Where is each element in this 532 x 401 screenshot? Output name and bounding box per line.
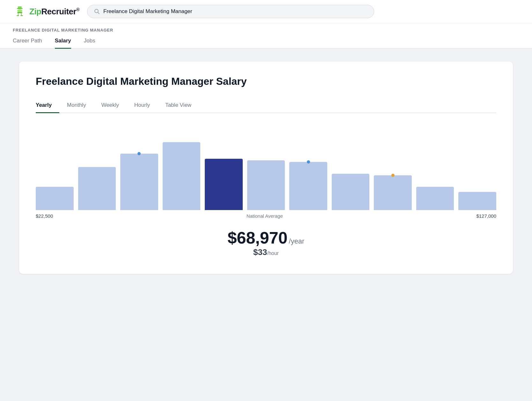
salary-card: Freelance Digital Marketing Manager Sala…: [19, 62, 513, 274]
chart-bar-9[interactable]: [416, 187, 454, 210]
chart-bar-1[interactable]: [78, 167, 116, 210]
bar-wrapper-10: [458, 192, 496, 210]
svg-point-4: [17, 9, 22, 12]
period-tab-table-view[interactable]: Table View: [158, 99, 199, 113]
salary-yearly: $68,970/year: [36, 228, 496, 247]
logo-text: ZipRecruiter®: [29, 7, 79, 17]
bar-dot-2: [137, 152, 141, 155]
bar-wrapper-3: [163, 142, 201, 210]
main-nav: Career Path Salary Jobs: [13, 34, 519, 48]
search-input[interactable]: [103, 8, 367, 15]
bar-wrapper-1: [78, 167, 116, 210]
svg-rect-9: [20, 15, 23, 16]
main-content: Freelance Digital Marketing Manager Sala…: [0, 49, 532, 287]
sub-header: FREELANCE DIGITAL MARKETING MANAGER Care…: [0, 23, 532, 49]
bar-wrapper-5: [247, 160, 285, 210]
logo[interactable]: ZipRecruiter®: [13, 4, 79, 18]
salary-hourly-value: $33: [253, 247, 267, 257]
bar-wrapper-8: [374, 175, 412, 210]
bar-dot-6: [307, 160, 310, 164]
salary-chart: $22,500 National Average $127,000: [36, 127, 496, 219]
chart-bar-0[interactable]: [36, 187, 74, 210]
period-tab-yearly[interactable]: Yearly: [36, 99, 59, 113]
bar-wrapper-9: [416, 187, 454, 210]
nav-tab-career-path[interactable]: Career Path: [13, 34, 42, 49]
bar-dot-8: [391, 174, 395, 177]
nav-tab-salary[interactable]: Salary: [55, 34, 71, 49]
search-bar[interactable]: [87, 5, 374, 18]
bar-wrapper-4: [205, 159, 243, 210]
chart-bar-8[interactable]: [374, 175, 412, 210]
salary-main-value: $68,970: [228, 229, 288, 247]
period-tab-hourly[interactable]: Hourly: [127, 99, 158, 113]
chart-bar-10[interactable]: [458, 192, 496, 210]
chart-bar-6[interactable]: [289, 162, 327, 210]
card-title: Freelance Digital Marketing Manager Sala…: [36, 76, 496, 87]
chart-label-min: $22,500: [36, 213, 53, 219]
chart-labels: $22,500 National Average $127,000: [36, 213, 496, 219]
period-tab-monthly[interactable]: Monthly: [59, 99, 94, 113]
salary-year-unit: /year: [289, 237, 305, 245]
ziprecruiter-logo-icon: [13, 4, 27, 18]
bar-wrapper-6: [289, 162, 327, 210]
chart-bars-container: [36, 127, 496, 210]
header: ZipRecruiter®: [0, 0, 532, 23]
chart-label-max: $127,000: [476, 213, 496, 219]
period-tabs: Yearly Monthly Weekly Hourly Table View: [36, 99, 496, 113]
chart-bar-4[interactable]: [205, 159, 243, 210]
bar-wrapper-0: [36, 187, 74, 210]
chart-bar-2[interactable]: [120, 154, 158, 210]
svg-rect-8: [17, 15, 19, 16]
salary-hour-unit: /hour: [267, 251, 278, 256]
chart-bar-3[interactable]: [163, 142, 201, 210]
salary-hourly-display: $33/hour: [36, 247, 496, 257]
svg-rect-6: [18, 13, 18, 16]
nav-tab-jobs[interactable]: Jobs: [84, 34, 95, 49]
search-icon: [94, 8, 100, 15]
svg-rect-7: [21, 13, 22, 16]
chart-bar-7[interactable]: [332, 174, 370, 210]
chart-label-center: National Average: [53, 213, 476, 219]
bar-wrapper-2: [120, 154, 158, 210]
period-tab-weekly[interactable]: Weekly: [94, 99, 127, 113]
bar-wrapper-7: [332, 174, 370, 210]
chart-bar-5[interactable]: [247, 160, 285, 210]
breadcrumb-subtitle: FREELANCE DIGITAL MARKETING MANAGER: [13, 23, 519, 34]
salary-display: $68,970/year $33/hour: [36, 228, 496, 257]
svg-rect-5: [17, 12, 22, 13]
svg-rect-1: [17, 8, 23, 9]
